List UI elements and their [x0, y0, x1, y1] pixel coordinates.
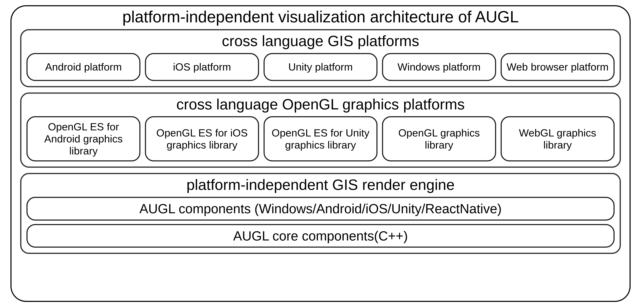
card-opengl-graphics: OpenGL graphics library [382, 116, 496, 162]
section-engine-title: platform-independent GIS render engine [26, 177, 614, 193]
row-augl-core-components: AUGL core components(C++) [26, 224, 614, 248]
row-augl-components: AUGL components (Windows/Android/iOS/Uni… [26, 197, 614, 221]
card-windows-platform: Windows platform [382, 53, 496, 81]
card-opengl-es-android: OpenGL ES for Android graphics library [26, 116, 140, 162]
card-webgl-graphics: WebGL graphics library [501, 116, 614, 162]
card-web-browser-platform: Web browser platform [501, 53, 614, 81]
section-render-engine: platform-independent GIS render engine A… [20, 173, 621, 254]
section-opengl-row: OpenGL ES for Android graphics library O… [26, 116, 614, 162]
card-android-platform: Android platform [26, 53, 140, 81]
card-opengl-es-ios: OpenGL ES for iOS graphics library [145, 116, 259, 162]
outer-title: platform-independent visualization archi… [18, 8, 622, 26]
outer-container: platform-independent visualization archi… [10, 5, 630, 302]
section-opengl-title: cross language OpenGL graphics platforms [26, 96, 614, 112]
section-gis-title: cross language GIS platforms [26, 33, 614, 49]
section-opengl-platforms: cross language OpenGL graphics platforms… [20, 92, 621, 168]
card-unity-platform: Unity platform [264, 53, 378, 81]
section-gis-platforms: cross language GIS platforms Android pla… [20, 29, 621, 87]
card-ios-platform: iOS platform [145, 53, 259, 81]
card-opengl-es-unity: OpenGL ES for Unity graphics library [264, 116, 378, 162]
section-gis-row: Android platform iOS platform Unity plat… [26, 53, 614, 81]
